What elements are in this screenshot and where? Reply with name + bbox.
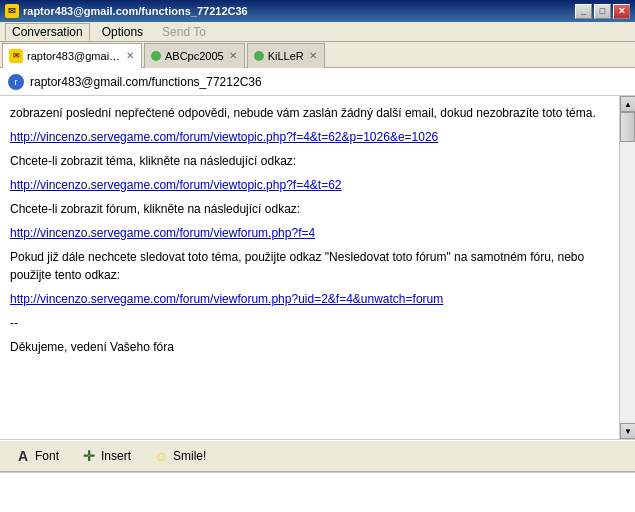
menu-sendto: Send To [155, 23, 213, 41]
insert-button[interactable]: ✛ Insert [74, 445, 138, 467]
tab-killer-indicator [254, 51, 264, 61]
tab-raptor-icon: ✉ [9, 49, 23, 63]
window-controls: _ □ ✕ [575, 4, 630, 19]
email-link-anchor-4[interactable]: http://vincenzo.servegame.com/forum/view… [10, 292, 443, 306]
tab-abcpc-label: ABCpc2005 [165, 50, 224, 62]
tab-raptor[interactable]: ✉ raptor483@gmail.com/functions... ✕ [2, 43, 142, 68]
email-signature: Děkujeme, vedení Vašeho fóra [10, 338, 609, 356]
email-link-1[interactable]: http://vincenzo.servegame.com/forum/view… [10, 128, 609, 146]
sender-email: raptor483@gmail.com/functions_77212C36 [30, 75, 262, 89]
smile-label: Smile! [173, 449, 206, 463]
tab-bar: ✉ raptor483@gmail.com/functions... ✕ ABC… [0, 42, 635, 68]
tab-killer-label: KiLLeR [268, 50, 304, 62]
email-content[interactable]: zobrazení poslední nepřečtené odpovědi, … [0, 96, 619, 439]
title-bar-content: ✉ raptor483@gmail.com/functions_77212C36 [5, 4, 248, 18]
email-para-7: Pokud již dále nechcete sledovat toto té… [10, 248, 609, 284]
email-link-2[interactable]: http://vincenzo.servegame.com/forum/view… [10, 176, 609, 194]
scroll-up-button[interactable]: ▲ [620, 96, 635, 112]
email-link-3[interactable]: http://vincenzo.servegame.com/forum/view… [10, 224, 609, 242]
email-link-4[interactable]: http://vincenzo.servegame.com/forum/view… [10, 290, 609, 308]
menu-options[interactable]: Options [95, 23, 150, 41]
menu-conversation[interactable]: Conversation [5, 23, 90, 41]
email-para-3: Chcete-li zobrazit téma, klikněte na nás… [10, 152, 609, 170]
email-link-anchor-3[interactable]: http://vincenzo.servegame.com/forum/view… [10, 226, 315, 240]
scroll-thumb[interactable] [620, 112, 635, 142]
tab-raptor-label: raptor483@gmail.com/functions... [27, 50, 121, 62]
close-button[interactable]: ✕ [613, 4, 630, 19]
insert-icon: ✛ [81, 448, 97, 464]
email-content-wrapper: zobrazení poslední nepřečtené odpovědi, … [0, 96, 635, 440]
tab-raptor-close[interactable]: ✕ [125, 51, 135, 61]
toolbar: A Font ✛ Insert ☺ Smile! [0, 440, 635, 472]
insert-label: Insert [101, 449, 131, 463]
email-link-anchor-2[interactable]: http://vincenzo.servegame.com/forum/view… [10, 178, 342, 192]
font-button[interactable]: A Font [8, 445, 66, 467]
email-para-5: Chcete-li zobrazit fórum, klikněte na ná… [10, 200, 609, 218]
scrollbar[interactable]: ▲ ▼ [619, 96, 635, 439]
email-header: r raptor483@gmail.com/functions_77212C36 [0, 68, 635, 96]
app-icon: ✉ [5, 4, 19, 18]
tab-abcpc[interactable]: ABCpc2005 ✕ [144, 43, 245, 68]
email-para-1: zobrazení poslední nepřečtené odpovědi, … [10, 104, 609, 122]
smile-button[interactable]: ☺ Smile! [146, 445, 213, 467]
smile-icon: ☺ [153, 448, 169, 464]
sender-avatar: r [8, 74, 24, 90]
tab-abcpc-indicator [151, 51, 161, 61]
email-link-anchor-1[interactable]: http://vincenzo.servegame.com/forum/view… [10, 130, 438, 144]
tab-abcpc-close[interactable]: ✕ [228, 51, 238, 61]
maximize-button[interactable]: □ [594, 4, 611, 19]
title-bar: ✉ raptor483@gmail.com/functions_77212C36… [0, 0, 635, 22]
menu-bar: Conversation Options Send To [0, 22, 635, 42]
minimize-button[interactable]: _ [575, 4, 592, 19]
font-label: Font [35, 449, 59, 463]
email-separator: -- [10, 314, 609, 332]
font-icon: A [15, 448, 31, 464]
tab-killer[interactable]: KiLLeR ✕ [247, 43, 325, 68]
compose-area[interactable] [0, 472, 635, 512]
tab-killer-close[interactable]: ✕ [308, 51, 318, 61]
scroll-track[interactable] [620, 112, 635, 423]
main-area: r raptor483@gmail.com/functions_77212C36… [0, 68, 635, 512]
title-bar-label: raptor483@gmail.com/functions_77212C36 [23, 5, 248, 17]
scroll-down-button[interactable]: ▼ [620, 423, 635, 439]
